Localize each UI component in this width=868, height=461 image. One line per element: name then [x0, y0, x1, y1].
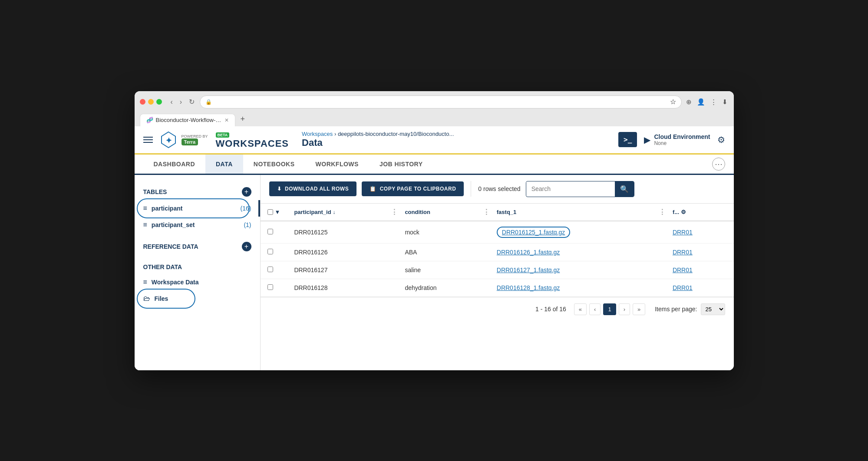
- bookmark-icon[interactable]: ☆: [670, 98, 676, 106]
- breadcrumb-workspaces-link[interactable]: Workspaces: [302, 131, 333, 137]
- col-header-fastq1: fastq_1 ⋮: [490, 204, 666, 221]
- play-icon[interactable]: ▶: [644, 135, 650, 145]
- add-table-button[interactable]: +: [242, 187, 251, 197]
- items-per-page-select[interactable]: 10 25 50 100: [701, 303, 725, 315]
- url-input[interactable]: anvil.terra.bio/#workspaces/deeppilots-b…: [215, 99, 666, 105]
- sidebar: TABLES + ≡ participant (16) ≡ participan…: [135, 175, 261, 370]
- dna-logo: ✦: [160, 131, 177, 148]
- new-tab-button[interactable]: +: [236, 112, 250, 126]
- reference-data-section-header: REFERENCE DATA +: [135, 238, 260, 255]
- fastq1-link-4[interactable]: DRR016128_1.fastq.gz: [497, 284, 560, 291]
- col-header-participant-id: participant_id ↓ ⋮: [287, 204, 398, 221]
- participant-label: participant: [152, 205, 236, 212]
- tab-workflows[interactable]: WORKFLOWS: [305, 155, 369, 174]
- tab-close-button[interactable]: ✕: [224, 117, 229, 123]
- extensions-button[interactable]: ⊕: [685, 97, 693, 107]
- tab-dashboard[interactable]: DASHBOARD: [143, 155, 206, 174]
- search-input[interactable]: [526, 182, 615, 196]
- sort-icon[interactable]: ↓: [333, 209, 335, 215]
- cloud-env-label: Cloud Environment: [654, 133, 710, 140]
- tables-section-header: TABLES +: [135, 184, 260, 200]
- menu-button[interactable]: ⋮: [710, 97, 718, 107]
- fastq1-link-3[interactable]: DRR016127_1.fastq.gz: [497, 267, 560, 273]
- address-bar[interactable]: 🔒 anvil.terra.bio/#workspaces/deeppilots…: [200, 95, 681, 109]
- prev-page-button[interactable]: ‹: [589, 303, 601, 315]
- table-row: DRR016126 ABA DRR016126_1.fastq.gz DRR01: [261, 243, 734, 261]
- hamburger-menu[interactable]: [143, 137, 153, 143]
- row-select-checkbox-2[interactable]: [267, 249, 273, 254]
- copy-to-clipboard-button[interactable]: 📋 COPY PAGE TO CLIPBOARD: [362, 181, 464, 196]
- tab-job-history[interactable]: JOB HISTORY: [369, 155, 433, 174]
- col-resize-handle-3[interactable]: ⋮: [659, 208, 666, 216]
- current-page-button[interactable]: 1: [603, 303, 616, 315]
- cell-condition-1: mock: [398, 221, 489, 244]
- col-resize-handle[interactable]: ⋮: [391, 208, 398, 216]
- fastq2-link-4[interactable]: DRR01: [673, 284, 693, 291]
- sidebar-item-workspace-data[interactable]: ≡ Workspace Data: [135, 274, 260, 290]
- fastq2-link-1[interactable]: DRR01: [673, 229, 693, 236]
- close-window-button[interactable]: [140, 99, 145, 105]
- download-all-rows-button[interactable]: ⬇ DOWNLOAD ALL ROWS: [269, 181, 357, 196]
- table-row: DRR016128 dehydration DRR016128_1.fastq.…: [261, 279, 734, 296]
- tab-bar: 🧬 Bioconductor-Workflow-DESe... ✕ +: [140, 112, 729, 126]
- select-all-checkbox[interactable]: [267, 209, 273, 215]
- browser-chrome: ‹ › ↻ 🔒 anvil.terra.bio/#workspaces/deep…: [135, 91, 734, 126]
- files-label: Files: [155, 295, 251, 302]
- tab-notebooks[interactable]: NOTEBOOKS: [243, 155, 305, 174]
- settings-gear-icon[interactable]: ⚙: [717, 135, 725, 145]
- fastq2-link-3[interactable]: DRR01: [673, 267, 693, 273]
- terra-badge: Terra: [182, 138, 198, 145]
- row-select-checkbox-3[interactable]: [267, 267, 273, 272]
- browser-controls: ‹ › ↻ 🔒 anvil.terra.bio/#workspaces/deep…: [140, 95, 729, 109]
- row-select-checkbox-4[interactable]: [267, 284, 273, 290]
- folder-icon: 🗁: [143, 295, 150, 303]
- fastq2-link-2[interactable]: DRR01: [673, 249, 693, 256]
- sidebar-item-participant-set[interactable]: ≡ participant_set (1): [135, 217, 260, 233]
- dropdown-arrow[interactable]: ▼: [275, 209, 281, 215]
- col-settings-gear[interactable]: ⚙: [681, 209, 686, 215]
- add-reference-button[interactable]: +: [242, 242, 251, 251]
- top-nav-actions: >_ ▶ Cloud Environment None ⚙: [618, 132, 725, 147]
- browser-window: ‹ › ↻ 🔒 anvil.terra.bio/#workspaces/deep…: [135, 91, 734, 370]
- data-toolbar: ⬇ DOWNLOAD ALL ROWS 📋 COPY PAGE TO CLIPB…: [261, 175, 734, 204]
- tab-data[interactable]: DATA: [205, 155, 243, 174]
- terminal-button[interactable]: >_: [618, 132, 637, 147]
- forward-button[interactable]: ›: [178, 97, 184, 107]
- table-icon-set: ≡: [143, 221, 147, 229]
- maximize-window-button[interactable]: [156, 99, 162, 105]
- next-page-button[interactable]: ›: [619, 303, 630, 315]
- download-icon: ⬇: [277, 186, 282, 192]
- search-button[interactable]: 🔍: [615, 181, 634, 197]
- fastq1-link-1[interactable]: DRR016125_1.fastq.gz: [497, 227, 571, 238]
- cell-fastq1-1: DRR016125_1.fastq.gz: [490, 221, 666, 244]
- minimize-window-button[interactable]: [148, 99, 154, 105]
- row-select-checkbox-1[interactable]: [267, 229, 273, 234]
- refresh-button[interactable]: ↻: [187, 97, 196, 107]
- more-options-button[interactable]: ⋯: [712, 158, 725, 171]
- back-button[interactable]: ‹: [169, 97, 175, 107]
- table-row: DRR016125 mock DRR016125_1.fastq.gz DRR0…: [261, 221, 734, 244]
- sidebar-item-participant[interactable]: ≡ participant (16): [135, 200, 260, 217]
- last-page-button[interactable]: »: [633, 303, 645, 315]
- row-checkbox-1: [261, 221, 287, 244]
- col-resize-handle-2[interactable]: ⋮: [483, 208, 490, 216]
- beta-badge: BETA: [216, 132, 230, 138]
- cell-participant-id-2: DRR016126: [287, 243, 398, 261]
- table-body: DRR016125 mock DRR016125_1.fastq.gz DRR0…: [261, 221, 734, 297]
- other-data-title: OTHER DATA: [143, 263, 182, 270]
- cell-participant-id-3: DRR016127: [287, 261, 398, 279]
- browser-tab-active[interactable]: 🧬 Bioconductor-Workflow-DESe... ✕: [140, 114, 235, 126]
- workspace-data-label: Workspace Data: [152, 279, 251, 286]
- profile-button[interactable]: 👤: [696, 97, 706, 107]
- sidebar-item-files[interactable]: 🗁 Files: [135, 290, 260, 307]
- other-data-section-header: OTHER DATA: [135, 260, 260, 274]
- items-per-page: Items per page: 10 25 50 100: [655, 303, 725, 315]
- cell-participant-id-4: DRR016128: [287, 279, 398, 296]
- cloud-env-status: None: [654, 140, 710, 146]
- app-content: ✦ POWERED BY Terra BETA WORKSPACES Works…: [135, 126, 734, 370]
- download-icon: ⬇: [721, 97, 729, 107]
- fastq1-link-2[interactable]: DRR016126_1.fastq.gz: [497, 249, 560, 256]
- cell-participant-id-1: DRR016125: [287, 221, 398, 244]
- row-checkbox-3: [261, 261, 287, 279]
- first-page-button[interactable]: «: [574, 303, 587, 315]
